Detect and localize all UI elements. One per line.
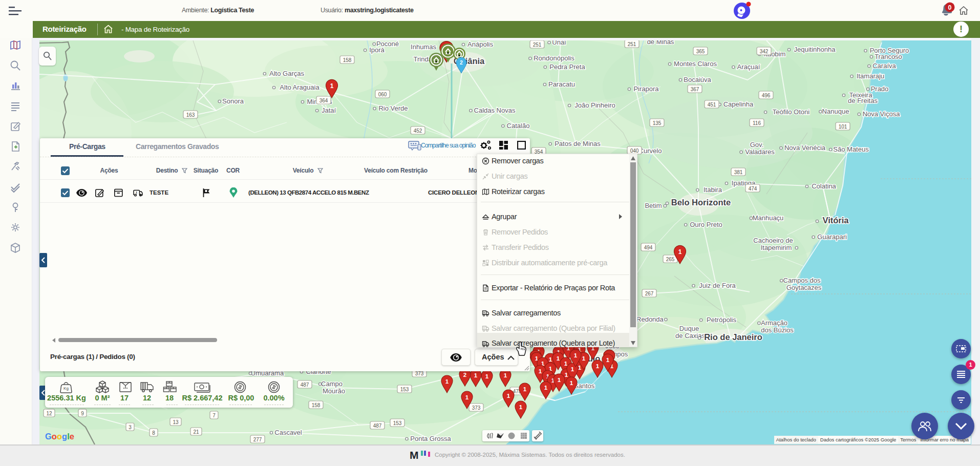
svg-text:1: 1 — [557, 355, 560, 362]
svg-text:Caldas Novas: Caldas Novas — [474, 107, 516, 114]
svg-text:Iporá: Iporá — [369, 46, 385, 54]
svg-text:Duque: Duque — [679, 325, 699, 332]
svg-text:496: 496 — [762, 93, 771, 98]
svg-text:1: 1 — [571, 366, 574, 372]
svg-text:452: 452 — [414, 128, 422, 134]
svg-text:Nanuque: Nanuque — [822, 108, 849, 115]
svg-text:487: 487 — [301, 382, 309, 388]
svg-text:João Pinheiro: João Pinheiro — [574, 101, 615, 109]
svg-text:Alto Garças: Alto Garças — [269, 70, 304, 77]
svg-text:163: 163 — [186, 112, 195, 118]
svg-text:1: 1 — [544, 385, 548, 391]
svg-text:Ponta Grossa: Ponta Grossa — [410, 435, 451, 442]
svg-text:Guarapari: Guarapari — [817, 233, 847, 241]
svg-text:Itamaraju: Itamaraju — [857, 72, 884, 80]
svg-text:1: 1 — [574, 352, 578, 358]
svg-text:1: 1 — [507, 393, 510, 399]
svg-text:381: 381 — [734, 170, 743, 175]
svg-text:0: 0 — [948, 4, 952, 11]
svg-text:Rio de Janeiro: Rio de Janeiro — [704, 332, 762, 342]
svg-text:3: 3 — [129, 425, 132, 430]
svg-text:Manhuaçu: Manhuaçu — [753, 214, 784, 222]
svg-text:Itapemirim: Itapemirim — [761, 244, 792, 251]
svg-text:13: 13 — [173, 419, 179, 425]
svg-text:Betim: Betim — [645, 202, 662, 209]
svg-text:1: 1 — [519, 404, 523, 410]
svg-text:Armação: Armação — [761, 319, 787, 327]
svg-text:474: 474 — [749, 186, 757, 192]
svg-text:Araçuaí: Araçuaí — [737, 63, 760, 71]
svg-text:Alto Araguaia: Alto Araguaia — [280, 83, 319, 91]
svg-text:1: 1 — [330, 82, 334, 90]
svg-text:1: 1 — [606, 357, 610, 363]
svg-text:Juiz de Fora: Juiz de Fora — [699, 282, 736, 289]
svg-text:342: 342 — [760, 49, 769, 54]
svg-text:251: 251 — [628, 41, 636, 47]
svg-text:Kg: Kg — [63, 386, 69, 391]
svg-text:Capelinha: Capelinha — [723, 100, 754, 108]
svg-text:040: 040 — [630, 148, 639, 154]
svg-text:1: 1 — [570, 380, 573, 386]
svg-text:Itabira: Itabira — [704, 186, 722, 194]
svg-text:Bocaiúva: Bocaiúva — [684, 76, 711, 83]
svg-text:116: 116 — [753, 120, 761, 126]
svg-text:Catalão: Catalão — [507, 122, 530, 130]
svg-text:158: 158 — [343, 57, 352, 63]
svg-text:153: 153 — [400, 387, 409, 392]
svg-text:1: 1 — [564, 361, 568, 367]
svg-text:Rondonópolis: Rondonópolis — [534, 54, 574, 62]
svg-text:Nova Viçosa: Nova Viçosa — [863, 110, 901, 118]
svg-text:Cascavel: Cascavel — [274, 429, 302, 436]
svg-text:373: 373 — [415, 371, 424, 376]
svg-text:Caraíva: Caraíva — [872, 62, 896, 70]
svg-text:135: 135 — [653, 120, 662, 126]
svg-text:de Minas: de Minas — [647, 40, 674, 46]
svg-text:Teófilo Otoni: Teófilo Otoni — [773, 108, 809, 116]
svg-text:Inhumas: Inhumas — [411, 43, 436, 51]
svg-text:1: 1 — [678, 248, 682, 256]
svg-text:Pedra Preta: Pedra Preta — [549, 63, 585, 71]
svg-text:1: 1 — [523, 386, 527, 392]
svg-text:Gov.: Gov. — [750, 141, 764, 149]
svg-text:2: 2 — [460, 60, 463, 66]
svg-text:153: 153 — [393, 420, 402, 426]
svg-text:1: 1 — [485, 373, 489, 379]
svg-text:Prado: Prado — [871, 85, 889, 93]
svg-text:de Freitas: de Freitas — [848, 97, 878, 104]
svg-text:251: 251 — [533, 42, 542, 48]
svg-text:Mourão: Mourão — [323, 387, 345, 395]
svg-text:2: 2 — [463, 372, 466, 378]
svg-text:Colatina: Colatina — [812, 182, 836, 190]
svg-text:Nova Venécia: Nova Venécia — [784, 144, 826, 152]
svg-text:Jequitinhonha: Jequitinhonha — [794, 46, 836, 53]
svg-text:277: 277 — [253, 437, 262, 442]
svg-text:8: 8 — [152, 430, 155, 436]
svg-text:494: 494 — [644, 245, 653, 250]
svg-text:Campos dos: Campos dos — [783, 277, 821, 284]
svg-text:Anápolis: Anápolis — [467, 40, 493, 48]
svg-text:12: 12 — [46, 411, 52, 416]
svg-text:!: ! — [136, 190, 137, 195]
svg-text:1: 1 — [549, 356, 552, 363]
svg-text:9: 9 — [81, 411, 84, 416]
svg-text:060: 060 — [378, 92, 387, 97]
svg-text:1: 1 — [504, 372, 507, 378]
svg-text:Google: Google — [45, 432, 74, 441]
svg-text:1: 1 — [539, 368, 542, 374]
svg-text:1: 1 — [582, 355, 586, 362]
svg-text:1: 1 — [558, 377, 561, 383]
svg-text:Cachoeiro de: Cachoeiro de — [753, 237, 793, 244]
svg-text:367: 367 — [691, 87, 699, 92]
svg-text:487: 487 — [373, 423, 382, 429]
svg-text:Patos de Minas: Patos de Minas — [555, 140, 601, 147]
svg-text:1: 1 — [445, 378, 449, 385]
svg-text:Rio Verde: Rio Verde — [378, 104, 408, 112]
svg-text:São Mateus: São Mateus — [833, 145, 869, 153]
svg-text:265: 265 — [666, 257, 675, 262]
svg-text:158: 158 — [312, 403, 321, 408]
svg-text:373: 373 — [472, 405, 481, 411]
svg-text:Paracatu: Paracatu — [548, 80, 575, 88]
svg-text:267: 267 — [645, 291, 654, 296]
svg-text:Petrópolis: Petrópolis — [707, 316, 736, 324]
svg-text:21: 21 — [193, 429, 199, 435]
